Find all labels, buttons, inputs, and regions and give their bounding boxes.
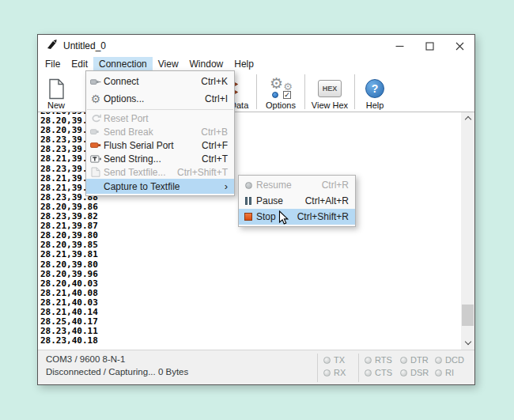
menu-item-send-string[interactable]: Send String... Ctrl+T xyxy=(86,152,234,165)
gear-icon: ⚙ xyxy=(90,93,101,104)
terminal-line: 28.20,40.03 xyxy=(40,279,461,289)
close-button[interactable] xyxy=(444,35,474,57)
rts-indicator: RTS xyxy=(365,354,392,365)
dtr-indicator: DTR xyxy=(400,354,429,365)
connection-menu: Connect Ctrl+K ⚙ Options... Ctrl+I Reset… xyxy=(85,70,235,196)
terminal-line: 28.23,40.18 xyxy=(40,336,461,346)
chevron-up-icon xyxy=(464,116,471,123)
terminal-line: 28.21,40.08 xyxy=(40,289,461,298)
help-button-label: Help xyxy=(366,100,384,110)
reset-port-icon xyxy=(90,114,101,123)
submenu-arrow-icon: › xyxy=(225,180,228,192)
terminal-line: 28.23,40.11 xyxy=(40,327,461,336)
help-button[interactable]: ? Help xyxy=(359,74,391,110)
resume-record-icon xyxy=(243,182,254,189)
minimize-button[interactable] xyxy=(384,35,414,57)
scroll-up-button[interactable] xyxy=(461,112,474,125)
toolbar-separator xyxy=(304,74,305,109)
menu-item-connect[interactable]: Connect Ctrl+K xyxy=(86,73,234,90)
pause-icon xyxy=(243,197,254,205)
stop-icon xyxy=(243,213,254,221)
tx-indicator: TX xyxy=(323,354,345,365)
capture-submenu: Resume Ctrl+R Pause Ctrl+Alt+R Stop Ctrl… xyxy=(238,175,356,227)
submenu-item-stop[interactable]: Stop Ctrl+Shift+R xyxy=(239,209,355,225)
terminal-line: 28.20,39.80 xyxy=(40,260,461,270)
title-bar[interactable]: Untitled_0 xyxy=(38,35,474,57)
connection-status-text: Disconnected / Capturing... 0 Bytes xyxy=(46,367,188,376)
new-button[interactable]: New xyxy=(40,74,72,110)
terminal-line: 28.21,40.03 xyxy=(40,298,461,308)
menu-item-capture-to-textfile[interactable]: Capture to Textfile › xyxy=(86,179,234,194)
ri-indicator: RI xyxy=(435,367,454,378)
options-button[interactable]: ⚙ ⚙ ✓ Options xyxy=(260,74,301,110)
terminal-line: 28.20,39.85 xyxy=(40,240,461,250)
rts-led-icon xyxy=(365,357,372,364)
chevron-down-icon xyxy=(464,339,471,345)
hex-icon: HEX xyxy=(318,77,342,100)
help-icon: ? xyxy=(365,77,384,100)
send-textfile-icon xyxy=(90,167,101,177)
menu-item-flush-serial-port[interactable]: Flush Serial Port Ctrl+F xyxy=(86,138,234,152)
view-hex-button-label: View Hex xyxy=(312,100,348,110)
new-button-label: New xyxy=(47,100,65,110)
status-separator xyxy=(358,354,359,382)
menu-item-options[interactable]: ⚙ Options... Ctrl+I xyxy=(86,90,234,108)
app-icon xyxy=(47,39,58,53)
terminal-line: 28.20,39.96 xyxy=(40,270,461,279)
menu-file[interactable]: File xyxy=(40,57,66,72)
menu-separator xyxy=(87,109,233,110)
dsr-led-icon xyxy=(400,369,407,376)
rx-indicator: RX xyxy=(323,367,346,378)
new-document-icon xyxy=(48,77,65,100)
submenu-item-resume[interactable]: Resume Ctrl+R xyxy=(239,177,355,193)
terminal-line: 28.25,40.17 xyxy=(40,317,461,327)
connect-plug-icon xyxy=(90,77,101,87)
vertical-scrollbar[interactable] xyxy=(461,112,474,350)
maximize-button[interactable] xyxy=(414,35,444,57)
dcd-led-icon xyxy=(435,357,442,364)
view-hex-button[interactable]: HEX View Hex xyxy=(308,74,351,110)
menu-item-reset-port[interactable]: Reset Port xyxy=(86,112,234,125)
terminal-line: 28.21,39.81 xyxy=(40,250,461,259)
toolbar-separator xyxy=(256,74,257,109)
send-break-icon xyxy=(90,127,101,137)
dsr-indicator: DSR xyxy=(400,367,429,378)
menu-item-send-textfile[interactable]: Send Textfile... Ctrl+Shift+T xyxy=(86,165,234,179)
ri-led-icon xyxy=(435,369,442,376)
cts-indicator: CTS xyxy=(365,367,392,378)
submenu-item-pause[interactable]: Pause Ctrl+Alt+R xyxy=(239,193,355,209)
mouse-cursor xyxy=(278,210,289,229)
cts-led-icon xyxy=(365,369,372,376)
scrollbar-thumb[interactable] xyxy=(462,305,474,326)
tx-led-icon xyxy=(323,357,331,364)
terminal-line: 28.21,40.14 xyxy=(40,308,461,317)
scroll-down-button[interactable] xyxy=(461,337,474,350)
toolbar-separator xyxy=(354,74,355,109)
desktop: { "window": { "title": "Untitled_0" }, "… xyxy=(0,0,514,420)
options-button-label: Options xyxy=(266,100,296,110)
terminal-line: 28.20,39.80 xyxy=(40,231,461,240)
status-bar: COM3 / 9600 8-N-1 Disconnected / Capturi… xyxy=(38,350,474,384)
send-string-icon xyxy=(90,154,101,164)
rx-led-icon xyxy=(323,369,331,376)
dtr-led-icon xyxy=(400,357,407,364)
port-settings-text: COM3 / 9600 8-N-1 xyxy=(46,354,125,364)
dcd-indicator: DCD xyxy=(435,354,464,365)
window-title: Untitled_0 xyxy=(63,40,106,51)
options-gears-icon: ⚙ ⚙ ✓ xyxy=(269,77,293,100)
menu-item-send-break[interactable]: Send Break Ctrl+B xyxy=(86,125,234,138)
flush-serial-port-icon xyxy=(90,140,101,150)
status-separator xyxy=(317,354,318,382)
